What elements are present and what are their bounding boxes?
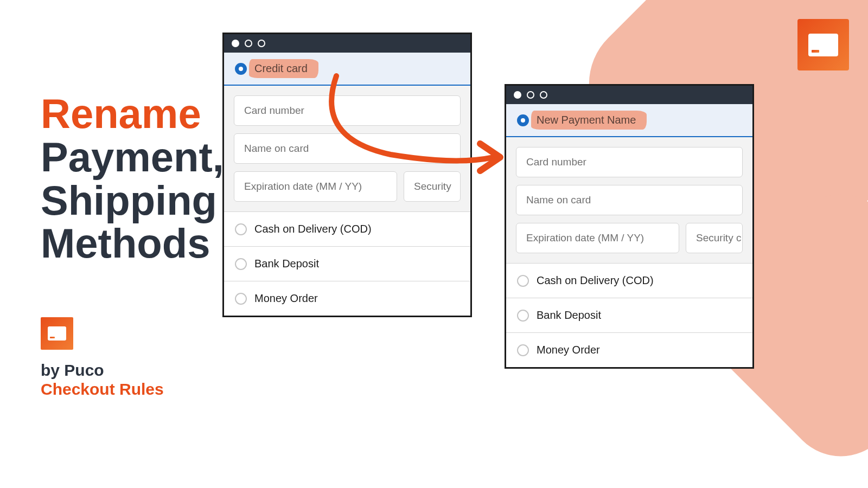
payment-method-option[interactable]: Cash on Delivery (COD): [506, 263, 752, 298]
method-label: Cash on Delivery (COD): [254, 223, 372, 235]
headline-payment: Payment,: [41, 136, 224, 179]
payment-method-label: Credit card: [254, 62, 308, 75]
window-dot-icon: [245, 40, 252, 47]
payment-method-option[interactable]: Money Order: [506, 332, 752, 367]
highlighted-label: New Payment Name: [537, 114, 636, 126]
payment-method-option[interactable]: Bank Deposit: [224, 246, 470, 281]
method-label: Bank Deposit: [537, 309, 601, 322]
selected-payment-method[interactable]: Credit card: [224, 53, 470, 86]
branding-icon: [41, 317, 73, 350]
method-label: Money Order: [537, 344, 600, 356]
branding-product: Checkout Rules: [41, 380, 164, 399]
security-input[interactable]: Security c: [686, 223, 743, 253]
name-on-card-input[interactable]: Name on card: [234, 133, 461, 164]
payment-form: Card number Name on card Expiration date…: [506, 137, 752, 263]
card-number-input[interactable]: Card number: [234, 95, 461, 126]
selected-payment-method[interactable]: New Payment Name: [506, 104, 752, 137]
radio-empty-icon: [517, 275, 529, 287]
radio-empty-icon: [517, 310, 529, 322]
method-label: Bank Deposit: [254, 258, 319, 270]
highlighted-label: Credit card: [254, 62, 308, 75]
method-label: Money Order: [254, 292, 318, 305]
radio-empty-icon: [517, 344, 529, 356]
radio-empty-icon: [235, 293, 247, 305]
headline-shipping: Shipping: [41, 179, 224, 222]
headline-methods: Methods: [41, 222, 224, 265]
payment-form: Card number Name on card Expiration date…: [224, 86, 470, 211]
branding: by Puco Checkout Rules: [41, 317, 164, 399]
window-dot-icon: [527, 91, 534, 99]
credit-card-icon: [48, 326, 66, 341]
window-dot-icon: [258, 40, 265, 47]
name-on-card-input[interactable]: Name on card: [516, 185, 743, 215]
radio-empty-icon: [235, 258, 247, 270]
card-number-input[interactable]: Card number: [516, 147, 743, 177]
security-input[interactable]: Security: [404, 171, 461, 202]
radio-empty-icon: [235, 223, 247, 235]
window-dot-icon: [514, 91, 521, 99]
payment-method-option[interactable]: Money Order: [224, 281, 470, 316]
expiration-input[interactable]: Expiration date (MM / YY): [234, 171, 397, 202]
method-label: Cash on Delivery (COD): [537, 274, 654, 287]
expiration-input[interactable]: Expiration date (MM / YY): [516, 223, 679, 253]
payment-method-label: New Payment Name: [537, 114, 636, 126]
headline: Rename Payment, Shipping Methods: [41, 92, 224, 265]
before-window: Credit card Card number Name on card Exp…: [222, 33, 472, 317]
payment-method-option[interactable]: Bank Deposit: [506, 298, 752, 332]
radio-selected-icon: [235, 63, 247, 75]
window-dot-icon: [232, 40, 239, 47]
corner-badge: [797, 19, 849, 70]
credit-card-icon: [808, 34, 838, 56]
titlebar: [506, 86, 752, 104]
radio-selected-icon: [517, 114, 529, 126]
window-dot-icon: [540, 91, 547, 99]
titlebar: [224, 34, 470, 53]
payment-method-option[interactable]: Cash on Delivery (COD): [224, 211, 470, 246]
after-window: New Payment Name Card number Name on car…: [505, 84, 754, 369]
headline-rename: Rename: [41, 92, 224, 136]
branding-by: by Puco: [41, 361, 164, 380]
